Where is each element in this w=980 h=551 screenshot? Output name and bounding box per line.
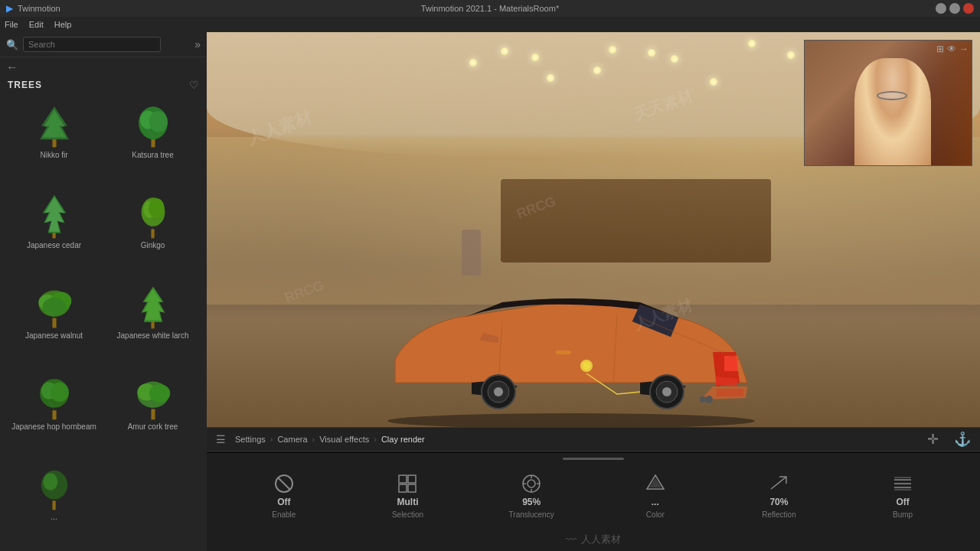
tree-item-amur-cork-tree[interactable]: Amur cork tree: [105, 370, 201, 458]
collapse-icon[interactable]: »: [194, 38, 201, 51]
svg-line-68: [771, 477, 786, 489]
selection-label: Selection: [392, 510, 423, 519]
ctrl-reflection[interactable]: 70% Reflection: [748, 474, 809, 519]
close-button[interactable]: [963, 3, 974, 14]
sidebar: 🔍 » ← TREES ♡: [0, 32, 207, 551]
tree-item-ginkgo[interactable]: Ginkgo: [105, 189, 201, 276]
app-title: Twinmotion: [18, 4, 60, 13]
window-controls: [936, 3, 974, 14]
svg-rect-57: [408, 475, 416, 483]
pip-icons: ⊞ 👁 →: [936, 44, 969, 54]
svg-rect-38: [52, 500, 55, 510]
tree-icon-japanese-white-larch: [130, 284, 176, 330]
reflection-value: 70%: [769, 497, 788, 507]
ctrl-enable[interactable]: Off Enable: [253, 474, 315, 519]
selection-value: Multi: [397, 497, 418, 507]
tree-icon-amur-cork-tree: [130, 375, 176, 421]
svg-point-7: [149, 111, 167, 132]
translucency-value: 95%: [522, 497, 541, 507]
svg-point-53: [700, 396, 706, 403]
breadcrumb-sep-3: ›: [374, 435, 377, 444]
counter: [501, 179, 772, 263]
svg-point-61: [528, 480, 535, 487]
svg-rect-0: [52, 139, 56, 147]
anchor-icon[interactable]: ⚓: [954, 431, 971, 448]
tree-item-japanese-walnut[interactable]: Japanese walnut: [6, 279, 102, 367]
window-title: Twinmotion 2021.1 - MaterialsRoom*: [421, 4, 559, 13]
breadcrumb-bar: ☰ Settings › Camera › Visual effects › C…: [207, 427, 980, 452]
translucency-icon: [521, 474, 541, 494]
tree-label-ginkgo: Ginkgo: [141, 241, 165, 249]
search-input[interactable]: [23, 37, 161, 52]
svg-point-40: [43, 473, 57, 490]
bottom-controls: Off Enable Multi Selection: [207, 465, 980, 528]
trees-header: TREES ♡: [0, 77, 207, 96]
color-icon: [645, 474, 665, 494]
ceiling-light-10: [748, 40, 756, 47]
pip-eye-icon[interactable]: 👁: [947, 44, 956, 54]
tree-icon-ginkgo: [130, 194, 176, 240]
pip-glasses: [877, 91, 907, 100]
breadcrumb-menu-icon[interactable]: ☰: [216, 433, 226, 445]
svg-rect-51: [556, 350, 571, 354]
watermark-bottom-text: 人人素材: [581, 533, 621, 546]
pip-camera: ⊞ 👁 →: [804, 40, 972, 166]
svg-rect-18: [52, 318, 56, 328]
minimize-button[interactable]: [936, 3, 946, 14]
tree-label-more: ...: [51, 513, 57, 521]
move-icon[interactable]: ✛: [927, 431, 939, 448]
svg-rect-28: [52, 410, 56, 419]
tree-label-japanese-cedar: Japanese cedar: [27, 241, 81, 249]
trees-label: TREES: [8, 80, 42, 90]
back-arrow[interactable]: ←: [6, 60, 18, 74]
pip-layout-icon[interactable]: ⊞: [936, 44, 944, 54]
svg-marker-11: [44, 197, 64, 231]
tree-icon-japanese-hop-hornbeam: [31, 375, 77, 421]
tree-item-japanese-white-larch[interactable]: Japanese white larch: [105, 279, 201, 367]
svg-rect-33: [151, 409, 155, 419]
breadcrumb-visual-effects[interactable]: Visual effects: [319, 435, 369, 444]
menu-file[interactable]: File: [5, 20, 18, 29]
reflection-icon: [769, 474, 789, 494]
pip-arrow-icon[interactable]: →: [959, 44, 969, 54]
ctrl-bump[interactable]: Off Bump: [872, 474, 933, 519]
menu-help[interactable]: Help: [54, 20, 72, 29]
favorite-icon[interactable]: ♡: [189, 79, 199, 91]
titlebar: ▶ Twinmotion Twinmotion 2021.1 - Materia…: [0, 0, 980, 17]
menu-edit[interactable]: Edit: [29, 20, 44, 29]
translucency-label: Translucency: [509, 510, 554, 519]
reflection-label: Reflection: [762, 510, 795, 519]
car-model: K-768-LI: [349, 260, 793, 429]
bottom-watermark: 〰 人人素材: [207, 528, 980, 551]
tree-icon-katsura: [130, 103, 176, 149]
sidebar-top-controls: ←: [0, 57, 207, 77]
bottom-panel: Off Enable Multi Selection: [207, 452, 980, 551]
breadcrumb-sep-2: ›: [312, 435, 315, 444]
drag-handle[interactable]: [563, 458, 624, 460]
tree-item-nikko-fir[interactable]: Nikko fir: [6, 99, 102, 186]
tree-item-japanese-cedar[interactable]: Japanese cedar: [6, 189, 102, 276]
pip-person-body: [854, 58, 931, 165]
maximize-button[interactable]: [949, 3, 960, 14]
tree-icon-nikko-fir: [31, 103, 77, 149]
search-bar: 🔍 »: [0, 32, 207, 57]
tree-item-japanese-hop-hornbeam[interactable]: Japanese hop hornbeam: [6, 370, 102, 458]
viewport-area[interactable]: K-768-LI: [207, 32, 980, 452]
ctrl-color[interactable]: ... Color: [625, 474, 686, 519]
breadcrumb-camera[interactable]: Camera: [277, 435, 307, 444]
tree-item-more[interactable]: ...: [6, 461, 102, 548]
breadcrumb-settings[interactable]: Settings: [235, 435, 266, 444]
enable-label: Enable: [272, 510, 296, 519]
tree-label-katsura: Katsura tree: [132, 151, 173, 159]
svg-point-48: [494, 387, 503, 396]
bottom-panel-handle: [207, 453, 980, 465]
svg-point-41: [387, 413, 755, 429]
app-icon: ▶: [6, 3, 13, 14]
tree-icon-more: [31, 465, 77, 511]
tree-item-katsura[interactable]: Katsura tree: [105, 99, 201, 186]
ctrl-selection[interactable]: Multi Selection: [377, 474, 438, 519]
svg-point-16: [149, 198, 165, 218]
watermark-logo-icon: 〰: [566, 533, 577, 546]
ctrl-translucency[interactable]: 95% Translucency: [501, 474, 562, 519]
tree-grid: Nikko fir Katsura tree: [0, 96, 207, 551]
